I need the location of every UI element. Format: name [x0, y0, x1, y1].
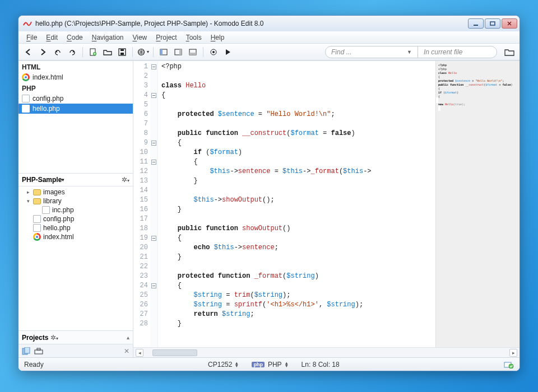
places-tab[interactable]: [22, 347, 31, 355]
file-icon: [42, 206, 50, 214]
save-button[interactable]: [115, 46, 129, 58]
open-button[interactable]: [101, 46, 114, 58]
tree-row[interactable]: config.php: [21, 214, 131, 223]
menu-navigation[interactable]: Navigation: [87, 34, 128, 41]
app-icon: [23, 20, 32, 27]
record-macro-button[interactable]: [207, 46, 220, 58]
forward-button[interactable]: [36, 46, 50, 58]
sidebar: HTML index.html PHP config.php hello.php: [18, 61, 133, 357]
tree-row[interactable]: index.html: [21, 232, 131, 241]
gear-icon[interactable]: ✲▾: [122, 176, 129, 184]
find-box[interactable]: Find ...▼ In current file: [325, 46, 497, 58]
panel-left-button[interactable]: [157, 46, 170, 58]
open-files-pane: HTML index.html PHP config.php hello.php: [18, 61, 133, 173]
maximize-button[interactable]: [485, 18, 500, 29]
status-encoding[interactable]: CP1252 ▴▾: [201, 361, 245, 368]
close-sidebar-button[interactable]: ✕: [124, 347, 129, 355]
file-icon: [22, 105, 30, 113]
svg-rect-5: [120, 53, 124, 55]
project-pane: PHP-Sample▾ ✲▾ ▸images▾libraryinc.phpcon…: [18, 173, 133, 330]
project-tree: ▸images▾libraryinc.phpconfig.phphello.ph…: [18, 186, 133, 242]
status-language[interactable]: php PHP ▴▾: [245, 361, 294, 368]
menu-tools[interactable]: Tools: [182, 34, 206, 41]
svg-rect-1: [490, 22, 495, 25]
menu-view[interactable]: View: [128, 34, 151, 41]
gear-icon[interactable]: ✲▾: [50, 334, 58, 342]
file-icon: [33, 215, 41, 223]
tree-row[interactable]: ▾library: [21, 197, 131, 206]
file-icon: [33, 224, 41, 232]
app-window: hello.php (C:\Projects\PHP-Sample, Proje…: [18, 15, 520, 371]
statusbar: Ready CP1252 ▴▾ php PHP ▴▾ Ln: 8 Col: 18: [18, 357, 520, 371]
chrome-icon: [22, 73, 30, 81]
file-icon: [22, 95, 30, 102]
window-title: hello.php (C:\Projects\PHP-Sample, Proje…: [35, 20, 468, 27]
editor-area: 1234567891011121314151617181920212223242…: [133, 61, 520, 357]
open-file-item-active[interactable]: hello.php: [18, 104, 133, 114]
close-button[interactable]: [502, 18, 517, 29]
open-file-item[interactable]: config.php: [18, 94, 133, 104]
browser-preview-button[interactable]: ▾: [136, 46, 150, 58]
fold-column[interactable]: [150, 61, 158, 347]
minimap[interactable]: <?php<?phpclass Hello{ protected $senten…: [435, 61, 520, 347]
svg-rect-0: [474, 25, 478, 26]
svg-rect-17: [25, 347, 30, 353]
line-number-gutter: 1234567891011121314151617181920212223242…: [133, 61, 150, 347]
svg-point-15: [212, 51, 215, 53]
scroll-left-icon[interactable]: ◂: [136, 349, 143, 357]
scrollbar-thumb[interactable]: [152, 349, 197, 356]
svg-rect-19: [37, 348, 40, 350]
menu-edit[interactable]: Edit: [41, 34, 62, 41]
panel-right-button[interactable]: [171, 46, 185, 58]
code-editor[interactable]: <?php class Hello{ protected $sentence =…: [158, 61, 435, 347]
titlebar[interactable]: hello.php (C:\Projects\PHP-Sample, Proje…: [18, 16, 520, 31]
back-button[interactable]: [22, 46, 35, 58]
undo-button[interactable]: [51, 46, 64, 58]
redo-button[interactable]: [66, 46, 79, 58]
tree-row[interactable]: inc.php: [21, 206, 131, 214]
tree-row[interactable]: hello.php: [21, 223, 131, 232]
folder-icon: [33, 198, 41, 204]
play-macro-button[interactable]: [221, 46, 235, 58]
open-file-item[interactable]: index.html: [18, 72, 133, 82]
sidebar-tab-strip: ✕: [18, 344, 133, 357]
toolbox-tab[interactable]: [34, 348, 43, 354]
panel-bottom-button[interactable]: [186, 46, 200, 58]
menu-project[interactable]: Project: [151, 34, 181, 41]
find-placeholder: Find ...: [331, 48, 352, 56]
sync-icon[interactable]: [504, 361, 514, 368]
group-php: PHP: [18, 82, 133, 94]
svg-rect-9: [160, 49, 163, 55]
svg-rect-18: [35, 350, 43, 354]
svg-point-21: [509, 364, 513, 368]
toolbar: ▾ Find ...▼ In current file: [18, 44, 520, 60]
minimize-button[interactable]: [468, 18, 484, 29]
svg-rect-6: [120, 49, 124, 51]
status-ready: Ready: [24, 361, 44, 368]
svg-rect-13: [189, 53, 196, 55]
horizontal-scrollbar[interactable]: ◂ ▸: [133, 347, 520, 357]
menu-help[interactable]: Help: [206, 34, 229, 41]
projects-section-header[interactable]: Projects ✲▾ ▴: [18, 330, 133, 344]
new-file-button[interactable]: [86, 46, 100, 58]
menubar: File Edit Code Navigation View Project T…: [18, 31, 520, 44]
menu-code[interactable]: Code: [62, 34, 87, 41]
menu-file[interactable]: File: [22, 34, 41, 41]
chevron-down-icon[interactable]: ▼: [407, 49, 412, 55]
scroll-right-icon[interactable]: ▸: [509, 349, 517, 357]
status-cursor-position[interactable]: Ln: 8 Col: 18: [295, 361, 346, 368]
chrome-icon: [33, 233, 41, 241]
tree-row[interactable]: ▸images: [21, 188, 131, 197]
svg-rect-11: [179, 49, 182, 55]
open-folder-button[interactable]: [503, 46, 516, 58]
group-html: HTML: [18, 61, 133, 72]
folder-icon: [33, 189, 41, 195]
project-name[interactable]: PHP-Sample: [22, 176, 62, 184]
find-scope: In current file: [424, 48, 462, 56]
